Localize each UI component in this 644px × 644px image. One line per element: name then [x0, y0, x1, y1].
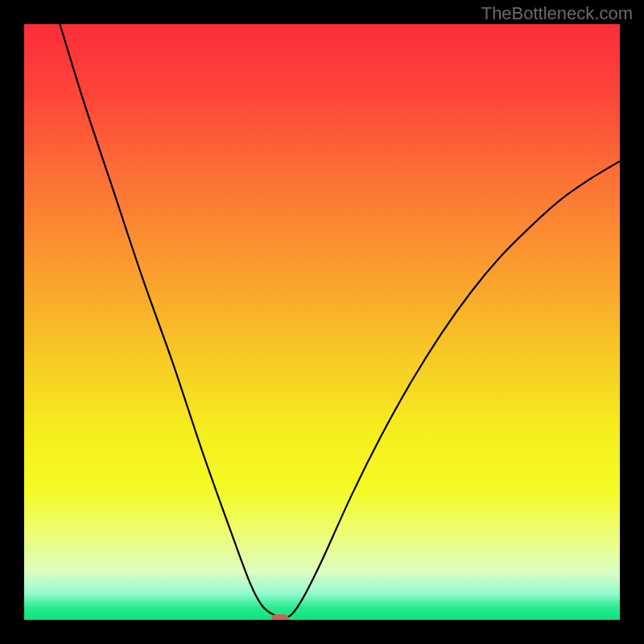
optimal-point-marker — [271, 614, 289, 620]
chart-frame: TheBottleneck.com — [0, 0, 644, 644]
watermark-text: TheBottleneck.com — [481, 3, 633, 24]
plot-area — [24, 24, 620, 620]
bottleneck-curve — [24, 24, 620, 620]
